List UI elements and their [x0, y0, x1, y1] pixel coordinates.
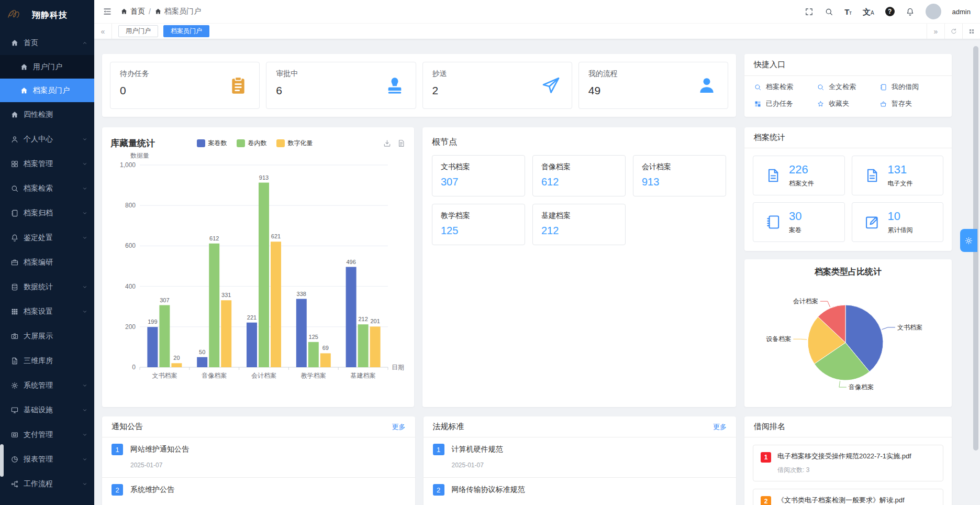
svg-text:50: 50 — [199, 349, 205, 355]
sidebar-item-2[interactable]: 个人中心 — [0, 127, 94, 151]
borrow-title: 电子档案移交接受操作规范2022-7-1实施.pdf — [777, 452, 911, 461]
toolbox-download-button[interactable] — [383, 138, 392, 148]
topbar: 首页/档案员门户 Tт文A?admin — [94, 0, 980, 24]
sidebar-item-13[interactable]: 基础设施 — [0, 398, 94, 422]
archive-stat-label: 档案文件 — [789, 179, 814, 188]
archive-stats-title: 档案统计 — [754, 133, 785, 142]
legend-item-2[interactable]: 数字化量 — [276, 139, 313, 148]
sidebar-item-14[interactable]: 支付管理 — [0, 422, 94, 447]
help-button[interactable]: ? — [885, 7, 895, 16]
settings-fab-button[interactable] — [960, 229, 977, 252]
sidebar-item-7[interactable]: 档案编研 — [0, 250, 94, 275]
chevron-down-icon — [82, 136, 88, 142]
tabs-refresh-icon[interactable] — [944, 24, 962, 39]
quick-link-0[interactable]: 档案检索 — [754, 82, 817, 92]
breadcrumb-item-0[interactable]: 首页 — [120, 7, 145, 16]
svg-text:20: 20 — [173, 355, 180, 361]
tab-0[interactable]: 用户门户 — [118, 25, 158, 37]
search-button[interactable] — [825, 7, 833, 16]
root-node-label: 会计档案 — [642, 162, 717, 172]
sidebar-item-12[interactable]: 系统管理 — [0, 373, 94, 398]
sidebar-item-1[interactable]: 四性检测 — [0, 102, 94, 127]
legend-item-0[interactable]: 案卷数 — [197, 139, 227, 148]
breadcrumb-label: 首页 — [130, 7, 145, 16]
svg-text:307: 307 — [160, 297, 169, 303]
quick-link-2[interactable]: 我的借阅 — [879, 82, 942, 92]
archive-stat-value: 131 — [888, 163, 913, 177]
root-node-box-3[interactable]: 教学档案125 — [432, 204, 525, 245]
layout-grid-icon — [968, 28, 975, 35]
archive-stat-tile-3[interactable]: 10累计借阅 — [852, 202, 944, 242]
svg-text:69: 69 — [322, 345, 329, 351]
app-root: 翔静科技 首页用户门户档案员门户四性检测个人中心档案管理档案检索档案归档鉴定处置… — [0, 0, 980, 505]
stat-box-0[interactable]: 待办任务0 — [110, 62, 260, 109]
archive-stat-tile-0[interactable]: 226档案文件 — [753, 156, 845, 195]
quick-link-3[interactable]: 已办任务 — [754, 99, 817, 108]
sidebar-item-4[interactable]: 档案检索 — [0, 176, 94, 201]
stat-box-1[interactable]: 审批中6 — [266, 62, 416, 109]
tab-1[interactable]: 档案员门户 — [163, 25, 209, 37]
sidebar-item-5[interactable]: 档案归档 — [0, 201, 94, 225]
legend-item-1[interactable]: 卷内数 — [237, 139, 267, 148]
sidebar-item-label: 档案设置 — [24, 307, 53, 316]
laws-list-item-0[interactable]: 1计算机硬件规范2025-01-07 — [424, 437, 737, 477]
root-node-box-4[interactable]: 基建档案212 — [532, 204, 626, 245]
sidebar-item-0[interactable]: 首页 — [0, 30, 94, 55]
tabs-layout-icon[interactable] — [962, 24, 980, 39]
notice-more-link[interactable]: 更多 — [392, 422, 406, 432]
sidebar-item-8[interactable]: 数据统计 — [0, 275, 94, 299]
sidebar-item-label: 报表管理 — [24, 455, 53, 464]
sidebar-scrollbar-thumb[interactable] — [0, 444, 4, 477]
sidebar-item-label: 档案编研 — [24, 258, 53, 267]
root-node-box-0[interactable]: 文书档案307 — [432, 155, 525, 196]
svg-text:1,000: 1,000 — [120, 161, 136, 169]
borrow-item-1[interactable]: 2《文书类电子档案检测一般要求》解读.pdf — [753, 489, 943, 505]
notifications-button[interactable] — [906, 7, 915, 16]
toolbox-box-zoom-button[interactable] — [354, 138, 363, 148]
toolbox-box-restore-button[interactable] — [369, 138, 377, 148]
menu-fold-icon[interactable] — [103, 7, 112, 16]
translate-button[interactable]: 文A — [863, 8, 874, 16]
username[interactable]: admin — [952, 8, 971, 16]
quick-link-5[interactable]: 暂存夹 — [879, 99, 942, 108]
quick-link-4[interactable]: 收藏夹 — [817, 99, 879, 108]
item-date: 2025-01-07 — [452, 462, 727, 469]
sidebar-item-16[interactable]: 工作流程 — [0, 471, 94, 496]
toolbox-docview-button[interactable] — [397, 138, 406, 148]
archive-stat-tile-2[interactable]: 30案卷 — [753, 202, 845, 242]
tabs-scroll-right-icon[interactable]: » — [927, 24, 944, 39]
quick-entry-title: 快捷入口 — [754, 60, 785, 70]
root-node-box-2[interactable]: 会计档案913 — [633, 155, 726, 196]
svg-text:201: 201 — [370, 318, 380, 324]
sidebar-item-15[interactable]: 报表管理 — [0, 447, 94, 471]
search-icon — [10, 184, 19, 193]
sidebar-item-10[interactable]: 大屏展示 — [0, 324, 94, 348]
sidebar-item-11[interactable]: 三维库房 — [0, 348, 94, 373]
notice-list-item-1[interactable]: 2系统维护公告 — [102, 477, 415, 504]
sidebar-item-9[interactable]: 档案设置 — [0, 299, 94, 324]
bell-icon — [10, 234, 19, 242]
fullscreen-button[interactable] — [805, 7, 814, 16]
archive-stat-value: 226 — [789, 163, 814, 177]
stat-box-3[interactable]: 我的流程49 — [578, 62, 728, 109]
font-size-button[interactable]: Tт — [844, 8, 852, 16]
breadcrumb-item-1[interactable]: 档案员门户 — [154, 7, 201, 16]
archive-stat-tile-1[interactable]: 131电子文件 — [852, 156, 944, 195]
laws-more-link[interactable]: 更多 — [713, 422, 727, 432]
sidebar-subitem-0-1[interactable]: 档案员门户 — [0, 79, 94, 102]
stat-box-2[interactable]: 抄送2 — [422, 62, 572, 109]
notice-list-item-0[interactable]: 1网站维护通知公告2025-01-07 — [102, 437, 415, 477]
borrow-item-0[interactable]: 1电子档案移交接受操作规范2022-7-1实施.pdf借阅次数: 3 — [753, 445, 943, 481]
sidebar-subitem-0-0[interactable]: 用户门户 — [0, 55, 94, 79]
tabs-scroll-left-icon[interactable]: « — [94, 24, 112, 39]
chevron-down-icon — [82, 210, 88, 216]
sidebar-item-3[interactable]: 档案管理 — [0, 151, 94, 176]
quick-link-1[interactable]: 全文检索 — [817, 82, 879, 92]
archive-stats-card: 档案统计 226档案文件131电子文件30案卷10累计借阅 — [744, 127, 952, 251]
root-node-box-1[interactable]: 音像档案612 — [532, 155, 626, 196]
laws-list-item-1[interactable]: 2网络传输协议标准规范 — [424, 477, 737, 504]
pay-icon — [10, 431, 19, 439]
notification-bell-icon — [906, 7, 915, 16]
sidebar-item-6[interactable]: 鉴定处置 — [0, 225, 94, 250]
user-avatar[interactable] — [926, 4, 941, 19]
